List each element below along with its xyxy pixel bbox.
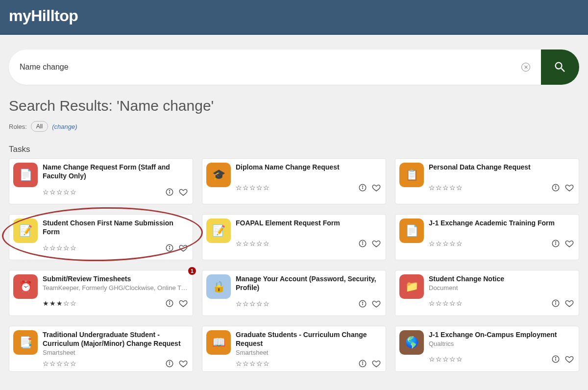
star-icon: ★ bbox=[43, 299, 49, 307]
rating-stars[interactable]: ☆☆☆☆☆ bbox=[429, 355, 463, 363]
task-title: J-1 Exchange On-Campus Employment bbox=[429, 330, 574, 339]
task-card[interactable]: 📖Graduate Students - Curriculum Change R… bbox=[202, 326, 386, 372]
task-footer: ☆☆☆☆☆ bbox=[43, 183, 188, 201]
star-icon: ☆ bbox=[436, 240, 442, 247]
star-icon: ☆ bbox=[249, 360, 256, 367]
star-icon: ☆ bbox=[449, 184, 456, 192]
task-icon: 📋 bbox=[399, 163, 424, 187]
star-icon: ☆ bbox=[436, 355, 442, 363]
task-card[interactable]: 📋Personal Data Change Request☆☆☆☆☆ bbox=[395, 158, 579, 204]
info-icon[interactable] bbox=[358, 359, 367, 368]
star-icon: ☆ bbox=[236, 240, 242, 247]
favorite-heart-icon[interactable] bbox=[372, 359, 381, 368]
svg-point-14 bbox=[362, 242, 363, 242]
task-card[interactable]: 🔒Manage Your Account (Password, Security… bbox=[202, 270, 386, 316]
info-icon[interactable] bbox=[165, 359, 174, 368]
task-card[interactable]: 📝FOAPAL Element Request Form☆☆☆☆☆ bbox=[202, 214, 386, 260]
star-icon: ☆ bbox=[243, 360, 249, 367]
rating-stars[interactable]: ☆☆☆☆☆ bbox=[43, 188, 76, 196]
info-icon[interactable] bbox=[165, 299, 174, 308]
change-roles-link[interactable]: (change) bbox=[52, 123, 77, 130]
star-icon: ☆ bbox=[442, 299, 449, 307]
task-actions bbox=[165, 299, 188, 308]
info-icon[interactable] bbox=[358, 183, 367, 192]
search-button[interactable] bbox=[541, 49, 579, 85]
info-icon[interactable] bbox=[358, 239, 367, 248]
favorite-heart-icon[interactable] bbox=[372, 299, 381, 308]
task-card[interactable]: 📄Name Change Request Form (Staff and Fac… bbox=[9, 158, 193, 204]
task-title: FOAPAL Element Request Form bbox=[236, 219, 381, 227]
svg-point-29 bbox=[169, 362, 170, 362]
rating-stars[interactable]: ☆☆☆☆☆ bbox=[236, 184, 270, 192]
star-icon: ☆ bbox=[263, 360, 270, 367]
task-icon: 📝 bbox=[206, 219, 231, 243]
task-footer: ☆☆☆☆☆ bbox=[429, 293, 574, 313]
rating-stars[interactable]: ☆☆☆☆☆ bbox=[43, 360, 76, 367]
tasks-section-label: Tasks bbox=[9, 145, 579, 154]
star-icon: ☆ bbox=[256, 360, 263, 367]
favorite-heart-icon[interactable] bbox=[372, 183, 381, 192]
star-icon: ☆ bbox=[236, 360, 242, 367]
rating-stars[interactable]: ☆☆☆☆☆ bbox=[429, 184, 463, 192]
search-input[interactable] bbox=[20, 63, 516, 72]
task-card[interactable]: 📑Traditional Undergraduate Student - Cur… bbox=[9, 326, 193, 372]
task-actions bbox=[165, 244, 188, 252]
favorite-heart-icon[interactable] bbox=[179, 244, 188, 252]
task-card[interactable]: 🎓Diploma Name Change Request☆☆☆☆☆ bbox=[202, 158, 386, 204]
task-title: Traditional Undergraduate Student - Curr… bbox=[43, 330, 188, 348]
rating-stars[interactable]: ☆☆☆☆☆ bbox=[236, 240, 270, 247]
favorite-heart-icon[interactable] bbox=[565, 239, 574, 248]
favorite-heart-icon[interactable] bbox=[179, 359, 188, 368]
task-footer: ☆☆☆☆☆ bbox=[429, 230, 574, 257]
clear-search-icon[interactable]: ✕ bbox=[521, 63, 530, 72]
favorite-heart-icon[interactable] bbox=[565, 183, 574, 192]
rating-stars[interactable]: ☆☆☆☆☆ bbox=[236, 300, 270, 308]
task-card[interactable]: ⏰Submit/Review TimesheetsTeamKeeper, For… bbox=[9, 270, 193, 316]
info-icon[interactable] bbox=[551, 183, 560, 192]
info-icon[interactable] bbox=[551, 355, 560, 364]
task-card[interactable]: 🌎J-1 Exchange On-Campus EmploymentQualtr… bbox=[395, 326, 579, 372]
svg-point-20 bbox=[169, 301, 170, 302]
star-icon: ☆ bbox=[256, 240, 263, 247]
favorite-heart-icon[interactable] bbox=[179, 188, 188, 196]
rating-stars[interactable]: ☆☆☆☆☆ bbox=[236, 360, 270, 367]
info-icon[interactable] bbox=[358, 299, 367, 308]
info-icon[interactable] bbox=[551, 299, 560, 308]
role-pill-all[interactable]: All bbox=[31, 121, 48, 132]
favorite-heart-icon[interactable] bbox=[565, 299, 574, 308]
task-footer: ★★★☆☆ bbox=[43, 293, 188, 313]
rating-stars[interactable]: ☆☆☆☆☆ bbox=[429, 299, 463, 307]
info-icon[interactable] bbox=[165, 244, 174, 252]
info-icon[interactable] bbox=[551, 239, 560, 248]
star-icon: ★ bbox=[49, 299, 56, 307]
task-subtitle: TeamKeeper, Formerly GHG/Clockwise, Onli… bbox=[43, 284, 188, 292]
rating-stars[interactable]: ☆☆☆☆☆ bbox=[429, 240, 463, 247]
star-icon: ☆ bbox=[63, 244, 70, 252]
task-actions bbox=[358, 299, 381, 308]
star-icon: ☆ bbox=[429, 355, 435, 363]
info-icon[interactable] bbox=[165, 188, 174, 196]
task-card[interactable]: 📁Student Change NoticeDocument☆☆☆☆☆ bbox=[395, 270, 579, 316]
task-icon: 📖 bbox=[206, 330, 231, 355]
star-icon: ☆ bbox=[236, 184, 242, 192]
task-card[interactable]: 📝Student Chosen First Name Submission Fo… bbox=[9, 214, 193, 260]
roles-label: Roles: bbox=[9, 123, 27, 130]
svg-point-23 bbox=[362, 302, 363, 303]
star-icon: ☆ bbox=[43, 244, 49, 252]
favorite-heart-icon[interactable] bbox=[565, 355, 574, 364]
rating-stars[interactable]: ★★★☆☆ bbox=[43, 299, 76, 307]
favorite-heart-icon[interactable] bbox=[179, 299, 188, 308]
task-card[interactable]: 📄J-1 Exchange Academic Training Form☆☆☆☆… bbox=[395, 214, 579, 260]
star-icon: ☆ bbox=[49, 188, 56, 196]
task-icon: 🔒 bbox=[206, 274, 231, 299]
star-icon: ☆ bbox=[429, 240, 435, 247]
task-actions bbox=[551, 299, 574, 308]
star-icon: ☆ bbox=[63, 299, 70, 307]
star-icon: ☆ bbox=[249, 184, 256, 192]
task-icon: 🎓 bbox=[206, 163, 231, 187]
task-icon: 📄 bbox=[13, 163, 38, 187]
rating-stars[interactable]: ☆☆☆☆☆ bbox=[43, 244, 76, 252]
favorite-heart-icon[interactable] bbox=[372, 239, 381, 248]
star-icon: ☆ bbox=[249, 240, 256, 247]
star-icon: ☆ bbox=[49, 244, 56, 252]
